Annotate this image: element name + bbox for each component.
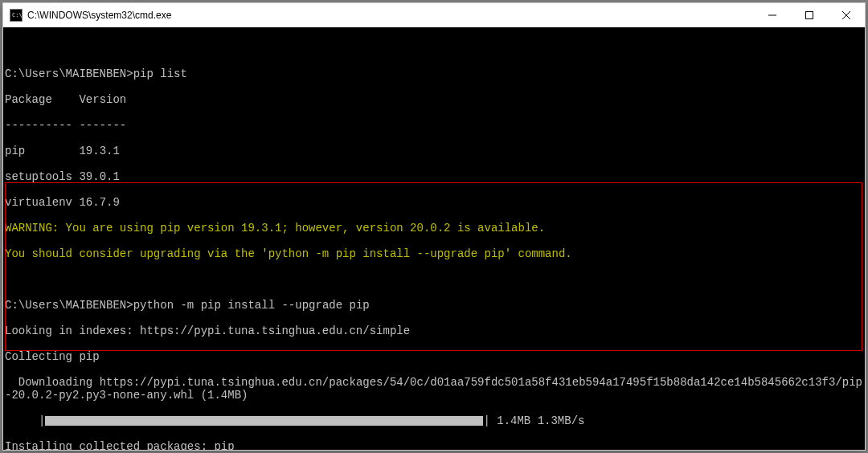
pkg-version: 39.0.1	[79, 170, 119, 183]
cmd-line: C:\Users\MAIBENBEN>pip list	[5, 67, 865, 80]
minimize-button[interactable]	[754, 3, 791, 27]
prompt: C:\Users\MAIBENBEN>	[5, 299, 133, 312]
pkg-version: 16.7.9	[79, 196, 119, 209]
cmd-line: C:\Users\MAIBENBEN>python -m pip install…	[5, 299, 865, 312]
minimize-icon	[768, 11, 776, 19]
command-text: pip list	[133, 67, 187, 80]
output-line: Downloading https://pypi.tuna.tsinghua.e…	[5, 376, 865, 402]
pkg-name: pip	[5, 145, 25, 157]
table-row: setuptools 39.0.1	[5, 170, 865, 183]
window-buttons	[754, 3, 865, 27]
maximize-button[interactable]	[791, 3, 828, 27]
progress-done: 1.4MB	[497, 414, 530, 427]
cmd-window: C:\ C:\WINDOWS\system32\cmd.exe C:\Users…	[2, 2, 866, 451]
close-icon	[842, 11, 850, 19]
progress-bar	[45, 416, 483, 426]
output-line: Installing collected packages: pip	[5, 440, 865, 450]
blank-line	[5, 273, 865, 286]
table-row: pip 19.3.1	[5, 145, 865, 157]
progress-speed: 1.3MB/s	[538, 414, 585, 427]
titlebar[interactable]: C:\ C:\WINDOWS\system32\cmd.exe	[3, 3, 865, 27]
pkg-name: virtualenv	[5, 196, 72, 209]
command-text: python -m pip install --upgrade pip	[133, 299, 370, 312]
output-line: Looking in indexes: https://pypi.tuna.ts…	[5, 324, 865, 337]
progress-line: || 1.4MB 1.3MB/s	[5, 414, 865, 427]
warning-line: WARNING: You are using pip version 19.3.…	[5, 222, 865, 235]
warning-line: You should consider upgrading via the 'p…	[5, 247, 865, 260]
col-package: Package	[5, 93, 52, 106]
pkg-name: setuptools	[5, 170, 72, 183]
pkg-version: 19.3.1	[79, 145, 119, 157]
svg-rect-1	[806, 12, 813, 19]
output-line: Collecting pip	[5, 350, 865, 363]
table-divider: ---------- -------	[5, 119, 865, 132]
cmd-icon: C:\	[10, 9, 23, 22]
maximize-icon	[805, 11, 813, 19]
close-button[interactable]	[828, 3, 865, 27]
window-title: C:\WINDOWS\system32\cmd.exe	[27, 10, 171, 21]
terminal-output[interactable]: C:\Users\MAIBENBEN>pip list Package Vers…	[3, 27, 865, 450]
col-version: Version	[79, 93, 126, 106]
blank-line	[5, 42, 865, 55]
prompt: C:\Users\MAIBENBEN>	[5, 67, 133, 80]
table-header: Package Version	[5, 93, 865, 106]
table-row: virtualenv 16.7.9	[5, 196, 865, 209]
